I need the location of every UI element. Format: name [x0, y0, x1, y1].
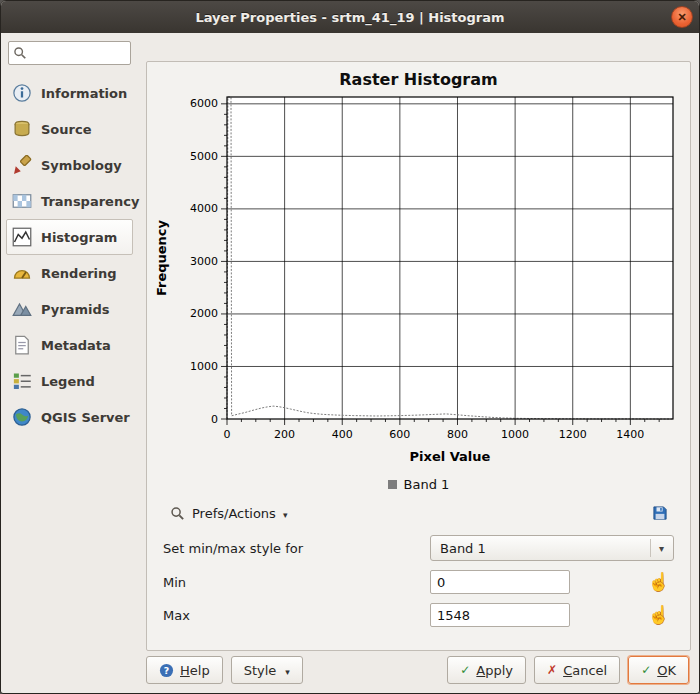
sidebar-item-rendering[interactable]: Rendering: [6, 255, 133, 291]
band-select-value: Band 1: [440, 541, 486, 556]
sidebar-item-transparency[interactable]: Transparency: [6, 183, 133, 219]
svg-text:200: 200: [274, 428, 295, 441]
sidebar-item-qgis-server[interactable]: QGIS Server: [6, 399, 133, 435]
svg-text:1000: 1000: [501, 428, 529, 441]
sidebar-item-label: Metadata: [41, 338, 111, 353]
sidebar-item-label: Information: [41, 86, 127, 101]
cross-icon: ✗: [547, 663, 557, 677]
source-icon: [11, 118, 33, 140]
sidebar-item-pyramids[interactable]: Pyramids: [6, 291, 133, 327]
ok-label: OK: [657, 663, 676, 678]
min-field-group: ☝: [430, 570, 674, 594]
sidebar-item-label: Histogram: [41, 230, 117, 245]
titlebar[interactable]: Layer Properties - srtm_41_19 | Histogra…: [1, 1, 699, 33]
sidebar-item-label: Symbology: [41, 158, 122, 173]
svg-text:Pixel Value: Pixel Value: [409, 449, 490, 464]
max-label: Max: [163, 608, 430, 623]
sidebar-item-label: Source: [41, 122, 91, 137]
pick-min-hand-icon[interactable]: ☝: [644, 573, 674, 591]
sidebar-nav: Information Source Symbology Transparenc…: [6, 75, 133, 435]
legend-icon: [11, 370, 33, 392]
set-minmax-label: Set min/max style for: [163, 541, 430, 556]
apply-button[interactable]: ✓ Apply: [447, 656, 526, 684]
transparency-icon: [11, 190, 33, 212]
search-prefs-icon: [170, 506, 185, 521]
svg-text:1200: 1200: [558, 428, 586, 441]
svg-text:5000: 5000: [190, 150, 218, 163]
svg-text:?: ?: [164, 664, 169, 675]
style-button[interactable]: Style ▾: [231, 656, 303, 684]
sidebar-item-metadata[interactable]: Metadata: [6, 327, 133, 363]
svg-text:0: 0: [211, 413, 218, 426]
svg-text:Frequency: Frequency: [154, 219, 169, 296]
symbology-icon: [11, 154, 33, 176]
svg-text:1400: 1400: [616, 428, 644, 441]
svg-text:4000: 4000: [190, 202, 218, 215]
histogram-controls: Prefs/Actions ▾ Set min/max style for Ba…: [147, 498, 690, 635]
min-label: Min: [163, 575, 430, 590]
svg-text:400: 400: [331, 428, 352, 441]
max-field-group: ☝: [430, 603, 674, 627]
metadata-icon: [11, 334, 33, 356]
cancel-button[interactable]: ✗ Cancel: [534, 656, 620, 684]
histogram-chart[interactable]: 0200400600800100012001400010002000300040…: [151, 89, 687, 477]
help-icon: ?: [159, 663, 174, 678]
set-minmax-row: Set min/max style for Band 1 ▾: [163, 535, 674, 561]
prefs-actions-button[interactable]: Prefs/Actions ▾: [163, 500, 294, 526]
chart-legend: Band 1: [147, 477, 690, 492]
pick-max-hand-icon[interactable]: ☝: [644, 606, 674, 624]
histogram-icon: [11, 226, 33, 248]
window-title: Layer Properties - srtm_41_19 | Histogra…: [1, 10, 699, 25]
layer-properties-dialog: Layer Properties - srtm_41_19 | Histogra…: [0, 0, 700, 694]
help-button[interactable]: ? Help: [146, 656, 223, 684]
cancel-label: Cancel: [563, 663, 607, 678]
sidebar-item-label: Transparency: [41, 194, 139, 209]
sidebar-item-histogram[interactable]: Histogram: [6, 219, 133, 255]
rendering-icon: [11, 262, 33, 284]
save-icon: [653, 504, 667, 522]
sidebar-search: [8, 41, 131, 65]
sidebar-item-legend[interactable]: Legend: [6, 363, 133, 399]
main-area: Raster Histogram 02004006008001000120014…: [138, 33, 699, 693]
sidebar-item-source[interactable]: Source: [6, 111, 133, 147]
max-input[interactable]: [430, 603, 570, 627]
pyramids-icon: [11, 298, 33, 320]
svg-text:2000: 2000: [190, 307, 218, 320]
min-row: Min ☝: [163, 570, 674, 594]
save-plot-button[interactable]: [646, 500, 674, 526]
svg-text:1000: 1000: [190, 360, 218, 373]
style-label: Style: [244, 663, 277, 678]
dialog-button-bar: ? Help Style ▾ ✓ Apply ✗ Cancel ✓: [146, 651, 691, 689]
check-icon: ✓: [641, 663, 651, 677]
check-icon: ✓: [460, 663, 470, 677]
sidebar-item-information[interactable]: Information: [6, 75, 133, 111]
search-icon: [13, 46, 27, 60]
chevron-down-icon: ▾: [283, 510, 288, 520]
max-row: Max ☝: [163, 603, 674, 627]
band1-legend-swatch: [388, 480, 397, 489]
svg-text:6000: 6000: [190, 97, 218, 110]
sidebar-item-label: Legend: [41, 374, 95, 389]
prefs-actions-label: Prefs/Actions: [192, 506, 276, 521]
chevron-down-icon: ▾: [285, 667, 290, 677]
sidebar-item-label: Pyramids: [41, 302, 109, 317]
chevron-down-icon: ▾: [650, 539, 672, 557]
chart-title: Raster Histogram: [147, 70, 690, 89]
qgis-server-icon: [11, 406, 33, 428]
svg-text:3000: 3000: [190, 255, 218, 268]
band1-legend-label: Band 1: [404, 477, 450, 492]
svg-text:800: 800: [446, 428, 467, 441]
svg-text:0: 0: [223, 428, 230, 441]
prefs-row: Prefs/Actions ▾: [163, 500, 674, 526]
min-input[interactable]: [430, 570, 570, 594]
sidebar: Information Source Symbology Transparenc…: [1, 33, 138, 693]
apply-label: Apply: [476, 663, 513, 678]
help-label: Help: [180, 663, 210, 678]
histogram-panel: Raster Histogram 02004006008001000120014…: [146, 61, 691, 651]
band-select[interactable]: Band 1 ▾: [430, 535, 674, 561]
sidebar-item-symbology[interactable]: Symbology: [6, 147, 133, 183]
info-icon: [11, 82, 33, 104]
dialog-body: Information Source Symbology Transparenc…: [1, 33, 699, 693]
close-button[interactable]: ✕: [671, 6, 693, 28]
ok-button[interactable]: ✓ OK: [628, 656, 689, 684]
